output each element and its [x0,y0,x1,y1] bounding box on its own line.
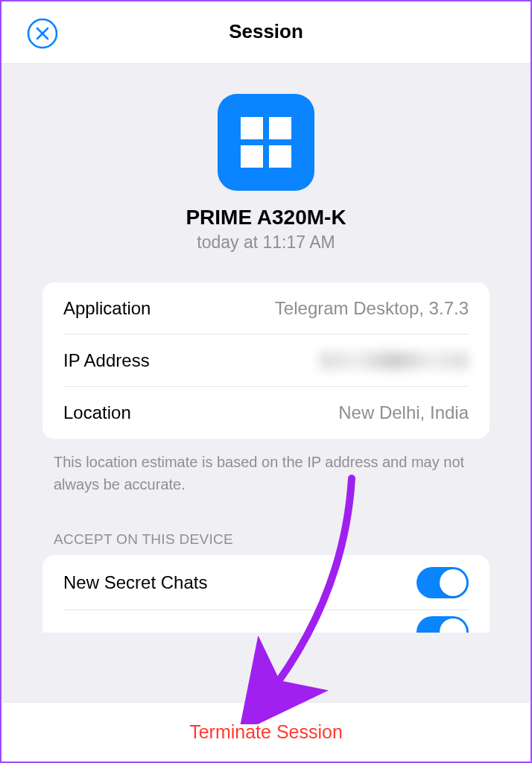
application-row: Application Telegram Desktop, 3.7.3 [63,282,469,335]
location-value: New Delhi, India [338,402,469,423]
secret-chats-label: New Secret Chats [63,572,207,593]
header: Session [1,1,531,64]
svg-rect-6 [269,145,291,168]
incoming-calls-toggle[interactable] [417,616,469,633]
close-icon [27,18,58,49]
device-last-active: today at 11:17 AM [1,232,531,253]
page-title: Session [229,20,303,43]
partial-row [63,610,469,633]
ip-address-value [320,352,469,370]
location-label: Location [63,402,131,423]
accept-device-card: New Secret Chats [42,555,490,633]
secret-chats-toggle[interactable] [417,567,469,598]
svg-rect-4 [269,117,291,139]
windows-icon [218,94,314,191]
device-summary: PRIME A320M-K today at 11:17 AM [1,64,531,275]
device-name: PRIME A320M-K [1,206,531,229]
ip-address-row: IP Address [63,335,469,387]
accept-section-header: ACCEPT ON THIS DEVICE [54,531,478,548]
application-value: Telegram Desktop, 3.7.3 [275,298,469,319]
application-label: Application [63,298,151,319]
close-button[interactable] [27,18,58,49]
location-disclaimer: This location estimate is based on the I… [54,451,478,496]
location-row: Location New Delhi, India [63,387,469,439]
svg-rect-3 [241,117,263,139]
session-details-card: Application Telegram Desktop, 3.7.3 IP A… [42,282,490,439]
footer: Terminate Session [3,702,529,762]
svg-rect-5 [241,145,263,168]
terminate-session-button[interactable]: Terminate Session [189,721,343,743]
content-area: PRIME A320M-K today at 11:17 AM Applicat… [1,64,531,702]
secret-chats-row: New Secret Chats [63,555,469,610]
ip-address-label: IP Address [63,350,150,371]
